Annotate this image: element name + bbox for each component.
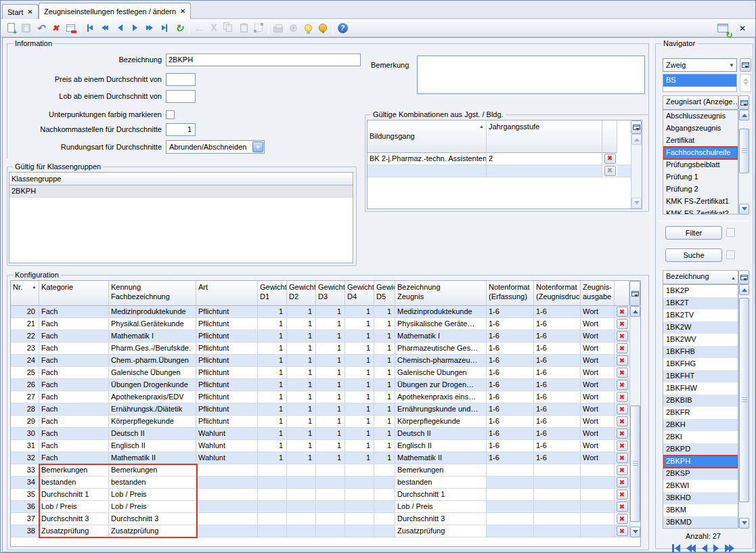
record-fast-back-icon[interactable] [686,544,696,552]
list-item[interactable]: KMK FS-Zertifikat1 [663,196,738,208]
zeugnisart-scrollbar[interactable] [738,110,749,215]
column-header[interactable]: Kategorie [39,281,109,306]
list-item[interactable]: 2BKBIB [663,395,738,407]
copy-icon[interactable] [221,20,236,35]
zeugnisart-header[interactable]: Zeugnisart (Anzeige… [663,95,738,110]
table-row[interactable]: 24FachChem.-pharm.ÜbungenPflichtunt11111… [11,355,640,367]
column-header[interactable]: Zeugnis- ausgabe [581,281,615,306]
column-header[interactable]: Art [196,281,258,306]
tab-zeugniseinstellungen[interactable]: Zeugniseinstellungen festlegen / ändern … [39,3,191,19]
table-row[interactable]: 30FachDeutsch IIWahlunt11111Deutsch II1-… [11,428,640,440]
table-row[interactable]: 38ZusatzprüfungZusatzprüfungZusatzprüfun… [11,525,640,537]
form-remove-icon[interactable] [63,20,78,35]
column-header[interactable]: Bezeichnung Zeugnis [395,281,487,306]
chevron-down-icon[interactable]: ▼ [252,141,263,152]
paste-icon[interactable] [236,20,251,35]
list-item[interactable]: 1BK2W [663,322,738,334]
list-item[interactable]: 2BKI [663,431,738,443]
scrollbar-thumb[interactable] [739,298,749,502]
scrollbar-thumb[interactable] [630,405,640,522]
back-arrow-icon[interactable]: ← [192,20,206,35]
list-item[interactable]: Zertifikat [663,135,738,147]
list-item[interactable]: 1BKFHB [663,346,738,358]
delete-row-icon[interactable]: ✖ [617,441,628,451]
nachkommastellen-input[interactable] [166,123,196,136]
panel-refresh-icon[interactable]: ↻ [715,21,730,36]
nav-fast-forward-icon[interactable] [142,20,157,35]
zweig-select[interactable]: Zweig ▼ [663,58,737,72]
column-header[interactable]: Gewicht D4 [345,281,374,306]
delete-row-icon[interactable]: ✖ [617,526,628,536]
delete-row-icon[interactable]: ✖ [617,392,628,402]
new-document-icon[interactable]: + [3,20,18,35]
column-header-bildungsgang[interactable]: Bildungsgang ▲ [368,120,487,153]
help-icon[interactable]: ? [335,20,350,35]
record-first-icon[interactable] [672,544,680,552]
nav-back-icon[interactable] [112,20,127,35]
column-header[interactable]: Notenformat (Zeugnisdruck) [534,281,581,306]
list-item[interactable]: 1BK2P [663,285,738,297]
suche-button[interactable]: Suche [665,248,722,262]
table-row[interactable]: 25FachGalenische ÜbungenPflichtunt11111G… [11,367,640,379]
column-picker-icon[interactable] [738,270,749,284]
table-row[interactable]: 36Lob / PreisLob / PreisLob / Preis✖ [11,501,640,513]
delete-row-icon[interactable]: ✖ [617,514,628,524]
delete-row-icon[interactable]: ✖ [617,355,628,366]
column-header-jahrgangsstufe[interactable]: Jahrgangsstufe [487,120,602,153]
table-row[interactable]: 2BKPH [9,185,353,198]
delete-row-icon[interactable]: ✖ [617,502,628,512]
list-item[interactable]: 1BK2WV [663,334,738,346]
refresh-icon[interactable]: ↻ [172,20,187,35]
delete-row-icon[interactable]: ✖ [617,489,628,500]
print-icon[interactable] [271,20,286,35]
delete-row-icon[interactable]: ✖ [617,465,628,475]
panel-close-icon[interactable]: ✕ [735,24,750,33]
table-row[interactable]: 34bestandenbestandenbestanden✖ [11,477,640,489]
lob-input[interactable] [166,90,196,103]
save-icon[interactable] [18,20,33,35]
scroll-up-icon[interactable] [739,110,749,120]
rundungsart-select[interactable]: Abrunden/Abschneiden ▼ [166,140,265,154]
list-item[interactable]: 2BKPH [663,456,738,468]
unterpunktungen-checkbox[interactable] [166,110,175,119]
delete-row-icon[interactable]: ✖ [617,343,628,353]
delete-row-icon[interactable]: ✖ [617,404,628,414]
table-row[interactable]: 27FachApothekenpraxis/EDVPflichtunt11111… [11,391,640,403]
scroll-down-icon[interactable] [631,198,642,208]
record-icon[interactable] [286,20,301,35]
scroll-down-icon[interactable] [630,527,640,537]
table-row[interactable]: 21FachPhysikal.GerätekundePflichtunt1111… [11,318,640,330]
close-tab-icon[interactable]: ✕ [180,8,185,15]
list-item[interactable]: 2BKFR [663,407,738,419]
delete-row-icon[interactable]: ✖ [617,307,628,317]
scroll-down-icon[interactable] [739,518,749,529]
table-row[interactable]: 31FachEnglisch IIWahlunt11111Englisch II… [11,440,640,452]
zweig-list-scroll[interactable] [740,74,751,92]
list-item[interactable]: 1BK2T [663,297,738,309]
konfiguration-scrollbar[interactable] [629,306,640,537]
delete-row-icon[interactable]: ✖ [617,319,628,329]
list-item[interactable]: 1BK2TV [663,309,738,322]
column-header[interactable]: Kennung Fachbezeichnung [109,281,196,306]
filter-checkbox[interactable] [726,228,735,237]
delete-row-icon[interactable]: ✖ [617,331,628,341]
list-item[interactable]: 1BKFHT [663,370,738,382]
list-item[interactable]: Prüfung 1 [663,171,738,183]
delete-row-icon[interactable]: ✖ [617,428,628,439]
table-row[interactable]: 33BemerkungenBemerkungenBemerkungen✖ [11,464,640,477]
scroll-down-icon[interactable] [739,204,749,215]
table-row[interactable]: 22FachMathematik IPflichtunt11111Mathema… [11,330,640,342]
bezeichnung-scrollbar[interactable] [738,284,749,529]
list-item[interactable]: 3BKMD [663,516,738,529]
table-row[interactable]: 37Durchschnitt 3Durchschnitt 3Durchschni… [11,513,640,525]
column-header[interactable]: Gewicht D3 [316,281,345,306]
bezeichnung-header[interactable]: Bezeichnung ▲ [663,270,738,284]
list-item[interactable]: 2BKSP [663,468,738,480]
table-row[interactable]: 20FachMedizinproduktekundePflichtunt1111… [11,306,640,318]
list-item[interactable]: 2BKPD [663,443,738,456]
table-row[interactable]: 32FachMathematik IIWahlunt11111Mathemati… [11,452,640,464]
list-item[interactable]: Prüfung 2 [663,183,738,196]
cut-icon[interactable] [206,20,221,35]
suche-checkbox[interactable] [726,250,735,259]
bell-icon[interactable] [315,20,330,35]
